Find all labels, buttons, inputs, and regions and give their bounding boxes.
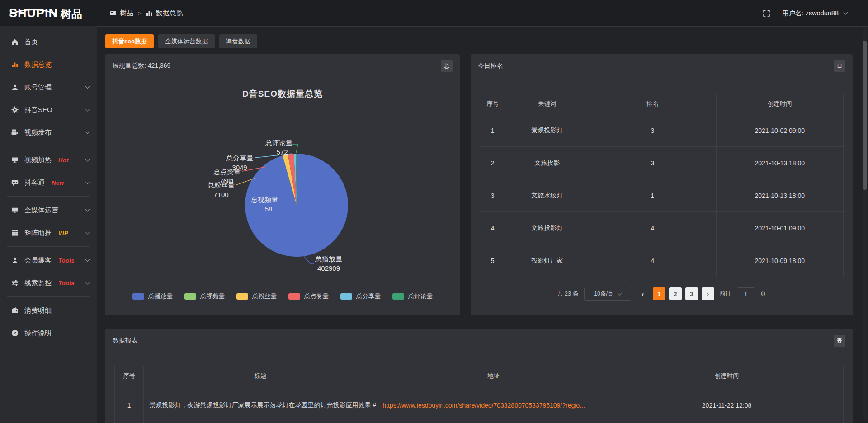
sidebar-item-account-manage[interactable]: 账号管理 [0,76,97,99]
table-cell: 4 [589,244,716,277]
sidebar-item-member-baoke[interactable]: 会员爆客Tools [0,249,97,272]
legend-item-5[interactable]: 总分享量 [340,292,381,301]
table-cell: 3 [589,147,716,179]
sidebar-badge-tools: Tools [58,280,75,287]
column-header: 关键词 [505,94,589,114]
sidebar-item-label: 数据总览 [24,61,52,69]
created-cell: 2021-11-22 12:08 [610,386,844,423]
table-row[interactable]: 5投影灯厂家42021-10-09 18:00 [480,244,844,277]
chart-title: D音SEO数据量总览 [105,88,460,100]
sidebar-item-matrix-boost[interactable]: 矩阵助推VIP [0,221,97,244]
sidebar-item-label: 视频发布 [24,128,52,137]
table-row[interactable]: 3文旅水纹灯12021-10-13 18:00 [480,179,844,212]
sidebar-item-douketong[interactable]: 抖客通New [0,171,97,194]
tab-1[interactable]: 抖音seo数据 [105,34,154,48]
sidebar-item-video-heat[interactable]: 视频加热Hot [0,149,97,171]
data-tabs: 抖音seo数据全媒体运营数据询盘数据 [105,34,853,48]
day-badge-button[interactable]: 日 [834,60,845,72]
goto-page-input[interactable] [737,287,755,300]
wallet-icon [11,307,19,314]
sliders-icon [11,279,19,287]
sidebar-item-consume-detail[interactable]: 消费明细 [0,299,97,322]
legend-swatch [132,293,144,300]
sidebar-badge-tools: Tools [58,257,75,264]
tab-3[interactable]: 询盘数据 [219,34,257,48]
prev-page-button[interactable]: ‹ [637,287,649,300]
table-cell: 2021-10-13 18:00 [716,147,843,179]
scrollbar-thumb[interactable] [863,41,867,190]
sidebar-item-label: 抖客通 [24,179,45,187]
chart-panel: 展现量总数: 421,369 总 D音SEO数据量总览 总播放量402909总视… [105,54,460,315]
table-row[interactable]: 1景观投影灯，夜游景观投影灯厂家展示展示落花灯在花园里的灯光投影应用效果 #ht… [115,386,844,423]
impressions-total-label: 展现量总数: 421,369 [113,62,170,70]
table-cell: 2 [480,147,505,179]
logo-arc-icon [8,8,59,16]
chevron-down-icon [85,280,90,285]
column-header: 地址 [377,366,610,386]
topbar: SHUPIN 树品 树品 > 数据总览 用户名: zswodun88 [0,0,868,26]
sidebar-item-home[interactable]: 首页 [0,31,97,53]
sidebar-item-video-publish[interactable]: 视频发布 [0,121,97,144]
page-size-select[interactable]: 10条/页 [584,287,631,301]
legend-item-1[interactable]: 总播放量 [132,292,173,301]
pie-label-value: 7100 [213,191,228,198]
report-header-row: 序号标题地址创建时间 [115,366,844,386]
legend-item-6[interactable]: 总评论量 [392,292,433,301]
table-cell: 5 [480,244,505,277]
table-cell: 文旅水纹灯 [505,179,589,212]
svg-text:?: ? [14,330,16,335]
video-icon [11,129,19,136]
fullscreen-icon[interactable] [763,9,770,17]
topbar-right: 用户名: zswodun88 [763,9,868,18]
report-table: 序号标题地址创建时间1景观投影灯，夜游景观投影灯厂家展示展示落花灯在花园里的灯光… [114,366,844,423]
user-icon [11,84,19,91]
legend-item-2[interactable]: 总视频量 [184,292,225,301]
tab-2[interactable]: 全媒体运营数据 [158,34,215,48]
page-button-1[interactable]: 1 [653,287,665,300]
report-panel-title: 数据报表 [113,337,138,345]
table-row[interactable]: 2文旅投影32021-10-13 18:00 [480,147,844,179]
video-link[interactable]: https://www.iesdouyin.com/share/video/70… [382,402,585,409]
ranking-table: 序号关键词排名创建时间1景观投影灯32021-10-02 09:002文旅投影3… [480,94,844,277]
app-logo[interactable]: SHUPIN 树品 [0,7,97,19]
page-button-3[interactable]: 3 [685,287,698,300]
column-header: 创建时间 [716,94,843,114]
sidebar-item-label: 视频加热 [24,156,52,164]
page-button-2[interactable]: 2 [669,287,682,300]
username[interactable]: 用户名: zswodun88 [782,9,839,18]
page-scrollbar[interactable] [863,28,867,419]
sidebar-item-help[interactable]: ?操作说明 [0,322,97,344]
next-page-button[interactable]: › [702,287,714,300]
sidebar-item-clue-monitor[interactable]: 线索监控Tools [0,272,97,294]
sidebar-badge-vip: VIP [58,230,68,236]
pie-chart[interactable]: 总播放量402909总视频量58总粉丝量7100总点赞量7681总分享量3049… [113,102,453,286]
sidebar-item-data-overview[interactable]: 数据总览 [0,53,97,76]
table-badge-button[interactable]: 表 [834,335,845,347]
sidebar-item-label: 操作说明 [24,329,52,338]
legend-item-3[interactable]: 总粉丝量 [236,292,277,301]
total-badge-button[interactable]: 总 [441,60,453,72]
column-header: 创建时间 [610,366,844,386]
chart-icon [11,61,19,68]
goto-label: 前往 [720,290,731,298]
page-size-value: 10条/页 [594,290,613,298]
breadcrumb-root[interactable]: 树品 [120,9,133,18]
chart-legend: 总播放量总视频量总粉丝量总点赞量总分享量总评论量 [105,292,460,301]
sidebar-item-douyin-seo[interactable]: 抖音SEO [0,99,97,121]
pie-label-value: 402909 [317,264,340,272]
legend-label: 总视频量 [200,292,225,301]
table-cell: 景观投影灯 [505,114,589,147]
sidebar-item-media-ops[interactable]: 全媒体运营 [0,199,97,221]
legend-item-4[interactable]: 总点赞量 [288,292,329,301]
chevron-down-icon[interactable] [844,10,848,15]
legend-swatch [340,293,352,300]
legend-swatch [184,293,196,300]
legend-label: 总分享量 [356,292,381,301]
window-icon [110,10,116,16]
chevron-down-icon [85,258,90,262]
table-row[interactable]: 4文旅投影灯42021-10-01 09:00 [480,212,844,244]
table-row[interactable]: 1景观投影灯32021-10-02 09:00 [480,114,844,147]
legend-swatch [236,293,248,300]
legend-swatch [392,293,404,300]
title-cell: 景观投影灯，夜游景观投影灯厂家展示展示落花灯在花园里的灯光投影应用效果 # [144,386,377,423]
